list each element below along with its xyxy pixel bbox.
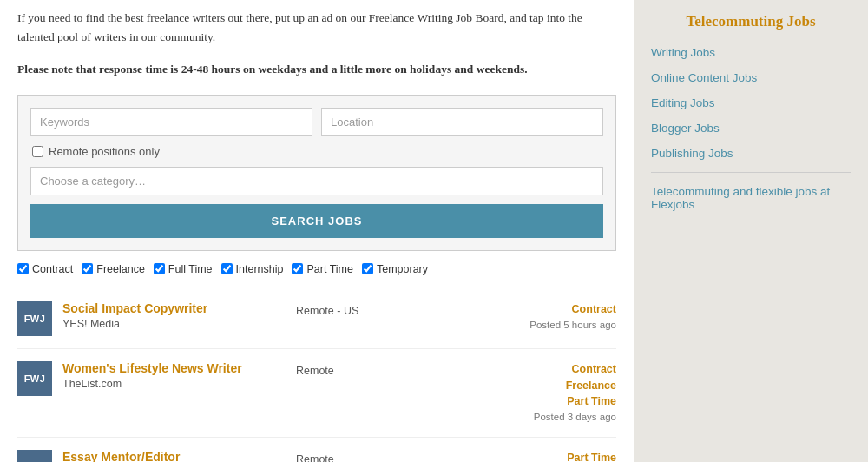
sidebar-title: Telecommuting Jobs xyxy=(651,13,851,30)
job-location-col: Remote - US xyxy=(296,301,519,317)
job-company: TheList.com xyxy=(62,378,286,390)
category-select[interactable]: Choose a category… xyxy=(30,167,603,195)
job-details: Women's Lifestyle News WriterTheList.com xyxy=(62,361,286,390)
filter-checkbox[interactable] xyxy=(362,263,373,274)
job-location: Remote xyxy=(296,365,519,377)
job-location: Remote - US xyxy=(296,305,519,317)
job-type-badge: Part Time xyxy=(529,450,616,462)
sidebar-link-item[interactable]: Editing Jobs xyxy=(651,96,851,109)
job-logo: FWJ xyxy=(17,450,52,462)
filter-item[interactable]: Temporary xyxy=(362,263,428,275)
filter-label: Freelance xyxy=(96,263,145,275)
filter-row: ContractFreelanceFull TimeInternshipPart… xyxy=(17,263,616,275)
job-title[interactable]: Essay Mentor/Editor xyxy=(62,450,180,462)
table-row: FWJSocial Impact CopywriterYES! MediaRem… xyxy=(17,289,616,349)
filter-item[interactable]: Full Time xyxy=(154,263,213,275)
filter-item[interactable]: Internship xyxy=(221,263,284,275)
sidebar-link-item[interactable]: Online Content Jobs xyxy=(651,71,851,84)
remote-checkbox[interactable] xyxy=(32,146,43,157)
sidebar-divider xyxy=(651,172,851,173)
job-type-badge: Freelance xyxy=(529,378,616,394)
job-details: Social Impact CopywriterYES! Media xyxy=(62,301,286,330)
filter-label: Internship xyxy=(236,263,284,275)
search-box: Remote positions only Choose a category…… xyxy=(17,95,616,251)
job-title[interactable]: Women's Lifestyle News Writer xyxy=(62,361,242,375)
filter-item[interactable]: Contract xyxy=(17,263,73,275)
filter-label: Contract xyxy=(32,263,73,275)
job-type-badge: Contract xyxy=(529,361,616,378)
job-type-badge: Contract xyxy=(529,301,616,318)
filter-item[interactable]: Freelance xyxy=(82,263,145,275)
filter-checkbox[interactable] xyxy=(292,263,303,274)
table-row: FWJWomen's Lifestyle News WriterTheList.… xyxy=(17,349,616,439)
sidebar-link-item[interactable]: Blogger Jobs xyxy=(651,122,851,135)
remote-row: Remote positions only xyxy=(30,145,603,158)
filter-checkbox[interactable] xyxy=(221,263,233,274)
job-type-badge: Part Time xyxy=(529,393,616,410)
job-posted: Posted 5 hours ago xyxy=(529,318,616,333)
job-company: YES! Media xyxy=(62,318,286,330)
notice-text: Please note that response time is 24-48 … xyxy=(17,60,616,79)
sidebar: Telecommuting Jobs Writing JobsOnline Co… xyxy=(634,0,868,462)
job-posted: Posted 3 days ago xyxy=(529,410,616,425)
search-row xyxy=(30,108,603,136)
sidebar-link-item[interactable]: Telecommuting and flexible jobs at Flexj… xyxy=(651,185,851,211)
filter-checkbox[interactable] xyxy=(82,263,93,274)
job-meta: ContractPosted 5 hours ago xyxy=(529,301,616,333)
job-location: Remote xyxy=(296,453,519,462)
location-input[interactable] xyxy=(321,108,603,136)
keywords-input[interactable] xyxy=(30,108,312,136)
sidebar-links: Writing JobsOnline Content JobsEditing J… xyxy=(651,46,851,211)
job-location-col: Remote xyxy=(296,361,519,377)
filter-label: Part Time xyxy=(306,263,353,275)
remote-label: Remote positions only xyxy=(49,145,160,158)
search-button[interactable]: SEARCH JOBS xyxy=(30,204,603,238)
job-meta: ContractFreelancePart TimePosted 3 days … xyxy=(529,361,616,426)
filter-checkbox[interactable] xyxy=(17,263,29,274)
table-row: FWJEssay Mentor/EditorGet It Recruit - E… xyxy=(17,438,616,462)
notice-strong: Please note that response time is 24-48 … xyxy=(17,63,528,76)
job-details: Essay Mentor/EditorGet It Recruit - Educ… xyxy=(62,450,286,462)
job-location-col: Remote xyxy=(296,450,519,462)
sidebar-link-item[interactable]: Writing Jobs xyxy=(651,46,851,59)
job-meta: Part TimePosted 4 days ago xyxy=(529,450,616,462)
main-content: If you need to find the best freelance w… xyxy=(0,0,634,462)
filter-label: Full Time xyxy=(168,263,213,275)
intro-text: If you need to find the best freelance w… xyxy=(17,9,616,46)
filter-checkbox[interactable] xyxy=(154,263,165,274)
sidebar-link-item[interactable]: Publishing Jobs xyxy=(651,147,851,160)
job-title[interactable]: Social Impact Copywriter xyxy=(62,301,207,315)
job-logo: FWJ xyxy=(17,301,52,336)
filter-item[interactable]: Part Time xyxy=(292,263,353,275)
job-logo: FWJ xyxy=(17,361,52,396)
filter-label: Temporary xyxy=(377,263,428,275)
job-list: FWJSocial Impact CopywriterYES! MediaRem… xyxy=(17,289,616,462)
